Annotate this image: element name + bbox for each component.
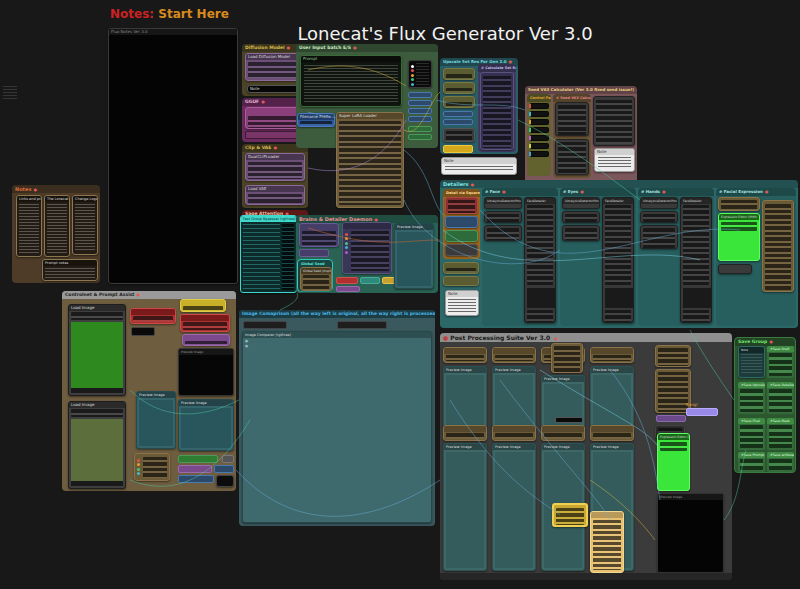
- sam-loader-node[interactable]: [640, 211, 678, 223]
- widget-rows[interactable]: [71, 409, 123, 417]
- expr-small-node[interactable]: [718, 264, 752, 274]
- widget-rows[interactable]: [183, 322, 227, 330]
- aux-node[interactable]: [484, 225, 522, 241]
- group-clip-vae[interactable]: Clip & VAE● DualCLIPLoader Load VAE: [242, 144, 308, 208]
- group-image-comparison[interactable]: Image Comaprison (all the way left is or…: [239, 310, 435, 526]
- save-nodes[interactable]: [740, 459, 763, 470]
- detail-node[interactable]: [445, 244, 478, 256]
- detector-node[interactable]: UltralyticsDetectorProvider: [562, 197, 600, 209]
- bypasser-toggles[interactable]: [282, 224, 294, 290]
- widget-rows[interactable]: [765, 204, 791, 290]
- widget-rows[interactable]: [605, 205, 631, 285]
- mini-node-purple[interactable]: [656, 415, 686, 422]
- group-facial-expression[interactable]: # Facial Expression● Expression Editor (…: [716, 188, 796, 326]
- get-node-pill[interactable]: [443, 111, 473, 117]
- seed-options-node[interactable]: [593, 96, 635, 146]
- panel-toggle[interactable]: [529, 143, 549, 149]
- pp-node[interactable]: [443, 425, 487, 441]
- aux-node[interactable]: [640, 225, 678, 249]
- pp-tall-node[interactable]: [551, 343, 583, 373]
- pp-node[interactable]: [541, 425, 585, 441]
- pp-node[interactable]: [443, 347, 487, 363]
- group-save[interactable]: Save Group● Note #Save Draft #Save Upsca…: [734, 337, 796, 473]
- gguf-collapsed-node[interactable]: [245, 131, 303, 139]
- group-control-panel[interactable]: Control Panel: [527, 94, 551, 176]
- get-node-pill[interactable]: [408, 92, 432, 98]
- mini-node-green[interactable]: [178, 455, 218, 463]
- face-detailer-node[interactable]: FaceDetailer: [680, 197, 712, 323]
- widget-rows[interactable]: [495, 433, 533, 439]
- mini-node-teal[interactable]: [360, 277, 380, 284]
- widget-rows[interactable]: [658, 348, 688, 366]
- widget-rows[interactable]: [483, 76, 511, 148]
- group-controlnet[interactable]: Controlnet & Prompt Assist● Load Image P…: [62, 291, 236, 491]
- scale-node[interactable]: [443, 262, 479, 274]
- widget-rows[interactable]: [446, 268, 476, 273]
- pipe-node[interactable]: [134, 453, 170, 481]
- widget-rows[interactable]: [565, 228, 597, 240]
- widget-rows[interactable]: [554, 346, 580, 372]
- widget-rows[interactable]: [446, 131, 472, 141]
- widget-rows[interactable]: [565, 214, 597, 222]
- widget-rows[interactable]: [446, 74, 472, 79]
- widget-rows[interactable]: [446, 355, 484, 361]
- group-seed-calc-inner[interactable]: # Seed V63 Calculate: [553, 94, 591, 178]
- widget-rows[interactable]: [556, 508, 584, 525]
- preprocessor-node[interactable]: [130, 308, 176, 324]
- group-upscale-res[interactable]: Upscale Set Res For Gen 2.0● # Calculate…: [440, 58, 518, 154]
- widget-rows[interactable]: [303, 275, 329, 290]
- mini-node-black[interactable]: [216, 475, 234, 487]
- widget-rows[interactable]: [658, 372, 688, 412]
- widget-rows[interactable]: [248, 62, 302, 78]
- image-comparer-node[interactable]: Image Comparer (rgthree) ●●: [242, 331, 432, 523]
- seed-node[interactable]: [555, 139, 589, 175]
- panel-toggle[interactable]: [529, 119, 549, 125]
- pp-node[interactable]: [590, 347, 634, 363]
- preview-image-node[interactable]: Preview Image: [178, 399, 234, 451]
- widget-rows[interactable]: [605, 310, 631, 322]
- widget-rows[interactable]: [683, 205, 709, 285]
- detail-node[interactable]: [445, 216, 478, 228]
- group-post-processing[interactable]: ● Post Processing Suite Ver 3.0 ● Previe…: [440, 333, 732, 580]
- load-image-node[interactable]: Load Image: [68, 304, 126, 396]
- sam-loader-node[interactable]: [484, 211, 522, 223]
- get-node-pill-green[interactable]: [408, 134, 432, 140]
- group-global-seed[interactable]: Global Seed Global Seed (Inspire): [297, 259, 333, 292]
- panel-toggle[interactable]: [529, 127, 549, 133]
- brains-collapsed-node[interactable]: [299, 249, 329, 257]
- widget-rows[interactable]: [183, 306, 223, 311]
- note-node[interactable]: Note: [445, 290, 479, 316]
- preview-image-node[interactable]: Preview Image: [443, 443, 487, 571]
- super-lora-loader-node[interactable]: Super LoRA Loader: [336, 112, 404, 208]
- group-face[interactable]: # Face● UltralyticsDetectorProvider Face…: [482, 188, 558, 326]
- note-links[interactable]: Links and prompt info: [16, 195, 42, 257]
- group-save-draft[interactable]: #Save Draft: [767, 346, 794, 378]
- lora-rows[interactable]: [339, 121, 401, 205]
- expression-editor-node[interactable]: Expression Editor (PHM): [657, 433, 690, 491]
- flux-notes-panel[interactable]: Flux Notes Ver 3.0: [108, 28, 238, 284]
- face-detailer-node[interactable]: FaceDetailer: [524, 197, 556, 323]
- seed-node[interactable]: [555, 102, 589, 136]
- save-nodes[interactable]: [769, 459, 792, 470]
- widget-rows[interactable]: [446, 433, 484, 439]
- group-brains[interactable]: Brains & Detailer Daemon● Global Seed Gl…: [296, 215, 438, 293]
- bang-pill-node[interactable]: [686, 408, 718, 416]
- widget-rows[interactable]: [446, 88, 472, 93]
- mini-node-blue[interactable]: [178, 475, 214, 483]
- expression-editor-node[interactable]: Expression Editor (PHM): [718, 213, 760, 261]
- group-seed-calculator[interactable]: Seed V63 Calculator (Ver 3.0 fixed seed …: [525, 86, 637, 184]
- widget-rows[interactable]: [248, 162, 302, 179]
- expr-params-node[interactable]: [762, 200, 794, 292]
- global-seed-node[interactable]: Global Seed (Inspire): [300, 267, 332, 291]
- mini-node-blue[interactable]: [214, 465, 234, 473]
- node-graph-canvas[interactable]: Notes: Start Here Lonecat's Flux Generat…: [0, 0, 800, 589]
- panel-toggle[interactable]: [529, 111, 549, 117]
- widget-rows[interactable]: [143, 457, 167, 478]
- widget-rows[interactable]: [351, 231, 389, 271]
- widget-rows[interactable]: [593, 520, 621, 570]
- widget-rows[interactable]: [495, 355, 533, 361]
- widget-rows[interactable]: [643, 214, 675, 222]
- save-nodes[interactable]: [769, 353, 792, 376]
- note-prompt[interactable]: Prompt notes: [42, 259, 98, 281]
- widget-rows[interactable]: [558, 142, 586, 174]
